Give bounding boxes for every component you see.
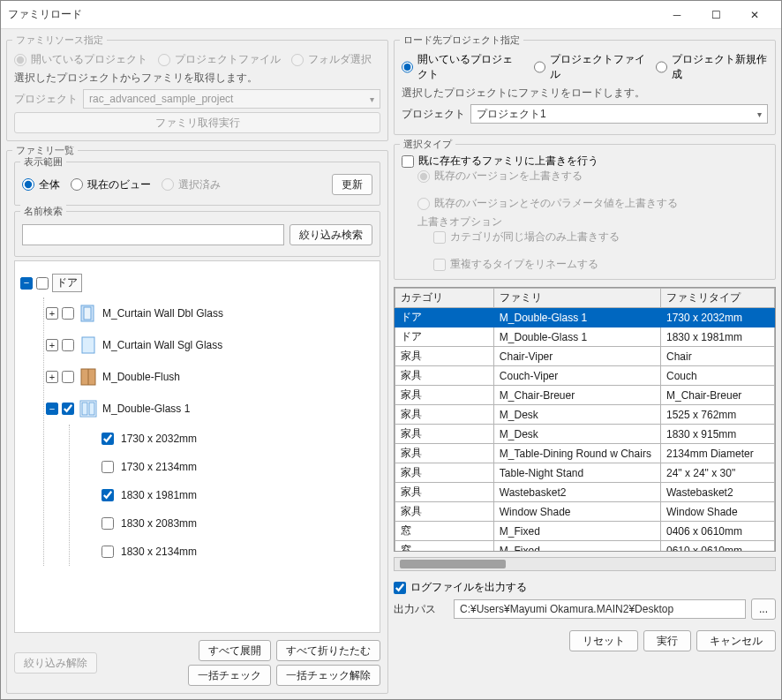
range-selected-radio: 選択済み (162, 177, 221, 192)
table-row[interactable]: 家具M_Desk1525 x 762mm (395, 405, 775, 425)
rename-duplicate-check: 重複するタイプをリネームする (433, 257, 768, 272)
chevron-down-icon: ▾ (370, 94, 374, 104)
close-button[interactable]: ✕ (735, 3, 774, 27)
tree-type-label[interactable]: 1730 x 2032mm (121, 433, 197, 445)
tree-type-check[interactable] (102, 461, 114, 473)
tree-type-label[interactable]: 1830 x 1981mm (121, 489, 197, 501)
run-button[interactable]: 実行 (643, 630, 691, 651)
dest-open-project-radio[interactable]: 開いているプロジェクト (402, 52, 523, 82)
tree-root-check[interactable] (36, 277, 49, 290)
output-path-label: 出力パス (394, 602, 448, 617)
door-icon (78, 398, 99, 419)
clear-filter-button: 絞り込み解除 (14, 652, 97, 674)
source-project-file-radio: プロジェクトファイル (158, 52, 281, 67)
door-icon (78, 366, 99, 388)
output-path-input[interactable]: C:¥Users¥Mayumi Okamura.MAIN2¥Desktop (454, 599, 746, 619)
check-all-button[interactable]: 一括チェック (188, 665, 271, 686)
minimize-button[interactable]: ─ (658, 3, 696, 27)
expand-icon[interactable]: + (46, 307, 58, 320)
name-search-title: 名前検索 (20, 205, 66, 218)
table-row[interactable]: 家具Chair-ViperChair (395, 347, 775, 366)
same-category-check: カテゴリが同じ場合のみ上書きする (433, 230, 768, 245)
tree-type-label[interactable]: 1830 x 2134mm (121, 546, 197, 558)
tree-check[interactable] (62, 307, 74, 320)
window-title: ファミリロード (8, 7, 658, 22)
output-log-check[interactable]: ログファイルを出力する (394, 580, 776, 595)
door-icon (78, 303, 99, 324)
svg-rect-6 (82, 403, 87, 415)
tree-check[interactable] (62, 339, 74, 351)
source-group: ファミリソース指定 開いているプロジェクト プロジェクトファイル フォルダ選択 … (6, 40, 388, 141)
tree-check[interactable] (62, 371, 74, 383)
chevron-down-icon: ▾ (757, 109, 762, 119)
source-folder-radio: フォルダ選択 (291, 52, 372, 67)
tree-type-check[interactable] (102, 489, 114, 501)
tree-type-check[interactable] (102, 433, 114, 445)
col-category[interactable]: カテゴリ (395, 289, 494, 308)
cancel-button[interactable]: キャンセル (696, 630, 776, 651)
tree-type-label[interactable]: 1830 x 2083mm (121, 517, 197, 530)
tree-family-label[interactable]: M_Curtain Wall Dbl Glass (102, 307, 223, 320)
door-icon (78, 335, 99, 356)
table-row[interactable]: 家具M_Table-Dining Round w Chairs2134mm Di… (395, 444, 775, 463)
name-search-input[interactable] (22, 224, 284, 245)
reset-button[interactable]: リセット (569, 630, 638, 651)
family-list-group: ファミリ一覧 表示範囲 全体 現在のビュー 選択済み 更新 名前検索 (6, 150, 388, 694)
range-all-radio[interactable]: 全体 (22, 177, 60, 192)
tree-family-label[interactable]: M_Curtain Wall Sgl Glass (102, 339, 222, 351)
selection-table[interactable]: カテゴリ ファミリ ファミリタイプ ドアM_Double-Glass 11730… (394, 287, 776, 552)
tree-check[interactable] (62, 403, 74, 415)
overwrite-version-radio: 既存のバージョンを上書きする (417, 169, 768, 184)
col-type[interactable]: ファミリタイプ (660, 289, 774, 308)
overwrite-existing-check[interactable]: 既に存在するファミリに上書きを行う (402, 154, 768, 169)
overwrite-version-param-radio: 既存のバージョンとそのパラメータ値を上書きする (417, 196, 768, 211)
table-row[interactable]: 家具Window ShadeWindow Shade (395, 502, 775, 522)
tree-type-check[interactable] (102, 546, 114, 558)
tree-type-label[interactable]: 1730 x 2134mm (121, 461, 197, 473)
collapse-all-button[interactable]: すべて折りたたむ (276, 640, 380, 661)
collapse-icon[interactable]: − (20, 277, 33, 290)
fetch-families-button: ファミリ取得実行 (14, 112, 380, 133)
table-row[interactable]: 窓M_Fixed0406 x 0610mm (395, 522, 775, 541)
name-search-group: 名前検索 絞り込み検索 (14, 211, 380, 257)
table-row[interactable]: ドアM_Double-Glass 11730 x 2032mm (395, 308, 775, 327)
svg-rect-2 (82, 337, 94, 353)
source-group-title: ファミリソース指定 (12, 34, 107, 47)
titlebar: ファミリロード ─ ☐ ✕ (1, 1, 781, 29)
select-type-group: 選択タイプ 既に存在するファミリに上書きを行う 既存のバージョンを上書きする 既… (394, 144, 776, 280)
browse-button[interactable]: ... (751, 598, 776, 620)
table-row[interactable]: 家具Couch-ViperCouch (395, 366, 775, 386)
col-family[interactable]: ファミリ (493, 289, 660, 308)
dest-group: ロード先プロジェクト指定 開いているプロジェクト プロジェクトファイル プロジェ… (394, 40, 776, 135)
table-row[interactable]: 家具M_Chair-BreuerM_Chair-Breuer (395, 386, 775, 405)
tree-family-label[interactable]: M_Double-Glass 1 (102, 403, 190, 415)
source-desc: 選択したプロジェクトからファミリを取得します。 (14, 71, 380, 86)
range-view-radio[interactable]: 現在のビュー (71, 177, 151, 192)
tree-family-label[interactable]: M_Double-Flush (102, 371, 180, 383)
uncheck-all-button[interactable]: 一括チェック解除 (276, 665, 380, 686)
table-row[interactable]: 家具Wastebasket2Wastebasket2 (395, 483, 775, 502)
family-tree[interactable]: − ドア + M_Curtain Wall Dbl Glass (14, 260, 380, 633)
dest-project-file-radio[interactable]: プロジェクトファイル (534, 52, 646, 82)
source-open-project-radio: 開いているプロジェクト (14, 52, 147, 67)
dest-new-project-radio[interactable]: プロジェクト新規作成 (656, 52, 768, 82)
tree-type-check[interactable] (102, 517, 114, 530)
collapse-icon[interactable]: − (46, 403, 58, 415)
table-row[interactable]: 家具Table-Night Stand24" x 24" x 30" (395, 463, 775, 483)
horizontal-scrollbar[interactable] (394, 557, 776, 571)
dest-desc: 選択したプロジェクトにファミリをロードします。 (402, 86, 768, 101)
refresh-button[interactable]: 更新 (332, 174, 372, 195)
display-range-group: 表示範囲 全体 現在のビュー 選択済み 更新 (14, 162, 380, 206)
tree-root-label[interactable]: ドア (52, 274, 82, 292)
table-row[interactable]: 家具M_Desk1830 x 915mm (395, 425, 775, 444)
expand-icon[interactable]: + (46, 339, 58, 351)
dest-group-title: ロード先プロジェクト指定 (400, 34, 523, 47)
dest-project-combo[interactable]: プロジェクト1▾ (470, 104, 768, 124)
expand-icon[interactable]: + (46, 371, 58, 383)
svg-rect-1 (84, 307, 91, 320)
table-row[interactable]: ドアM_Double-Glass 11830 x 1981mm (395, 327, 775, 347)
expand-all-button[interactable]: すべて展開 (199, 640, 271, 661)
table-row[interactable]: 窓M_Fixed0610 x 0610mm (395, 541, 775, 553)
filter-search-button[interactable]: 絞り込み検索 (289, 224, 372, 245)
maximize-button[interactable]: ☐ (696, 3, 735, 27)
